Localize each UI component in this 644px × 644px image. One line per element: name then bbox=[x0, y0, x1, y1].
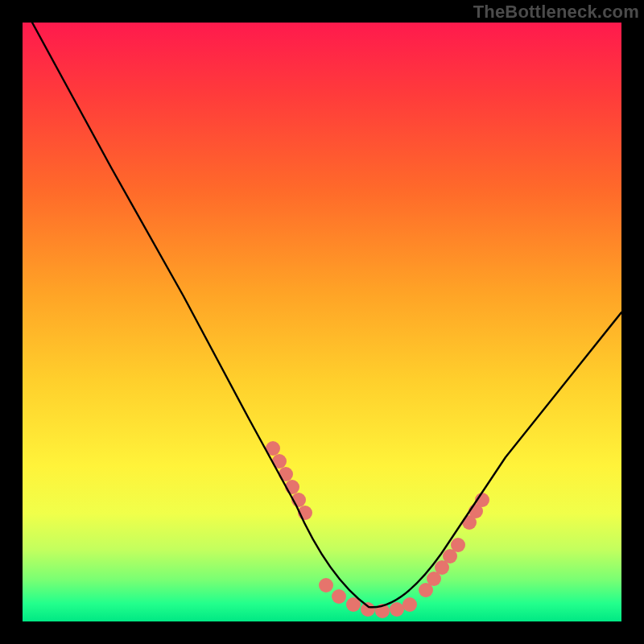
chart-svg bbox=[23, 23, 621, 621]
marker-group bbox=[266, 441, 489, 618]
marker-dot bbox=[332, 589, 346, 604]
marker-dot bbox=[361, 602, 375, 617]
marker-dot bbox=[390, 602, 404, 617]
watermark-text: TheBottleneck.com bbox=[473, 2, 639, 23]
chart-plot-area bbox=[23, 23, 621, 621]
marker-dot bbox=[279, 467, 293, 481]
bottleneck-curve bbox=[32, 23, 621, 607]
marker-dot bbox=[319, 578, 333, 592]
marker-dot bbox=[451, 538, 465, 552]
marker-dot bbox=[402, 597, 417, 612]
